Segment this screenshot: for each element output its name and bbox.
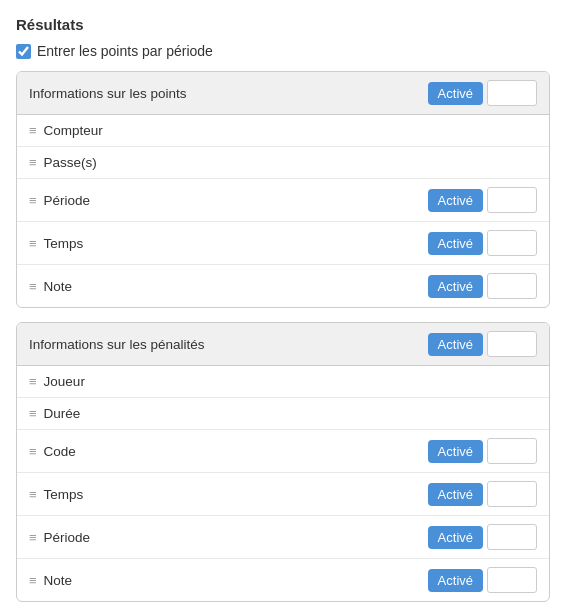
periode-penalites-input[interactable] <box>487 524 537 550</box>
row-code: ≡ Code Activé <box>17 430 549 473</box>
temps-penalites-active-btn[interactable]: Activé <box>428 483 483 506</box>
note-points-controls: Activé <box>428 273 537 299</box>
drag-icon-periode-points: ≡ <box>29 193 36 208</box>
drag-icon-periode-penalites: ≡ <box>29 530 36 545</box>
note-points-input[interactable] <box>487 273 537 299</box>
label-code: Code <box>44 444 76 459</box>
code-active-btn[interactable]: Activé <box>428 440 483 463</box>
drag-icon-note-points: ≡ <box>29 279 36 294</box>
code-controls: Activé <box>428 438 537 464</box>
row-compteur: ≡ Compteur <box>17 115 549 147</box>
label-duree: Durée <box>44 406 81 421</box>
row-periode-penalites: ≡ Période Activé <box>17 516 549 559</box>
section-points-header: Informations sur les points Activé <box>17 72 549 115</box>
note-penalites-active-btn[interactable]: Activé <box>428 569 483 592</box>
periode-points-controls: Activé <box>428 187 537 213</box>
checkbox-row: Entrer les points par période <box>16 43 550 59</box>
section-points-header-input[interactable] <box>487 80 537 106</box>
label-note-points: Note <box>44 279 73 294</box>
code-input[interactable] <box>487 438 537 464</box>
drag-icon-temps-penalites: ≡ <box>29 487 36 502</box>
temps-penalites-input[interactable] <box>487 481 537 507</box>
label-temps-points: Temps <box>44 236 84 251</box>
row-duree: ≡ Durée <box>17 398 549 430</box>
drag-icon-passes: ≡ <box>29 155 36 170</box>
drag-icon-code: ≡ <box>29 444 36 459</box>
page-title: Résultats <box>16 16 550 33</box>
drag-icon-note-penalites: ≡ <box>29 573 36 588</box>
enter-points-checkbox[interactable] <box>16 44 31 59</box>
note-penalites-controls: Activé <box>428 567 537 593</box>
row-periode-points: ≡ Période Activé <box>17 179 549 222</box>
section-points-header-controls: Activé <box>428 80 537 106</box>
section-points-title: Informations sur les points <box>29 86 187 101</box>
drag-icon-joueur: ≡ <box>29 374 36 389</box>
note-penalites-input[interactable] <box>487 567 537 593</box>
drag-icon-compteur: ≡ <box>29 123 36 138</box>
row-temps-penalites: ≡ Temps Activé <box>17 473 549 516</box>
temps-points-controls: Activé <box>428 230 537 256</box>
periode-penalites-controls: Activé <box>428 524 537 550</box>
drag-icon-temps-points: ≡ <box>29 236 36 251</box>
row-temps-points: ≡ Temps Activé <box>17 222 549 265</box>
note-points-active-btn[interactable]: Activé <box>428 275 483 298</box>
row-note-penalites: ≡ Note Activé <box>17 559 549 601</box>
label-temps-penalites: Temps <box>44 487 84 502</box>
section-penalites-active-btn[interactable]: Activé <box>428 333 483 356</box>
temps-penalites-controls: Activé <box>428 481 537 507</box>
section-penalites-header: Informations sur les pénalités Activé <box>17 323 549 366</box>
checkbox-label: Entrer les points par période <box>37 43 213 59</box>
row-passes: ≡ Passe(s) <box>17 147 549 179</box>
label-joueur: Joueur <box>44 374 85 389</box>
section-penalites-title: Informations sur les pénalités <box>29 337 205 352</box>
row-note-points: ≡ Note Activé <box>17 265 549 307</box>
periode-points-input[interactable] <box>487 187 537 213</box>
label-periode-points: Période <box>44 193 91 208</box>
periode-penalites-active-btn[interactable]: Activé <box>428 526 483 549</box>
section-penalites-header-input[interactable] <box>487 331 537 357</box>
section-penalites-header-controls: Activé <box>428 331 537 357</box>
temps-points-active-btn[interactable]: Activé <box>428 232 483 255</box>
section-penalites: Informations sur les pénalités Activé ≡ … <box>16 322 550 602</box>
row-joueur: ≡ Joueur <box>17 366 549 398</box>
label-periode-penalites: Période <box>44 530 91 545</box>
temps-points-input[interactable] <box>487 230 537 256</box>
periode-points-active-btn[interactable]: Activé <box>428 189 483 212</box>
section-points-active-btn[interactable]: Activé <box>428 82 483 105</box>
label-passes: Passe(s) <box>44 155 97 170</box>
label-compteur: Compteur <box>44 123 103 138</box>
drag-icon-duree: ≡ <box>29 406 36 421</box>
section-points: Informations sur les points Activé ≡ Com… <box>16 71 550 308</box>
label-note-penalites: Note <box>44 573 73 588</box>
